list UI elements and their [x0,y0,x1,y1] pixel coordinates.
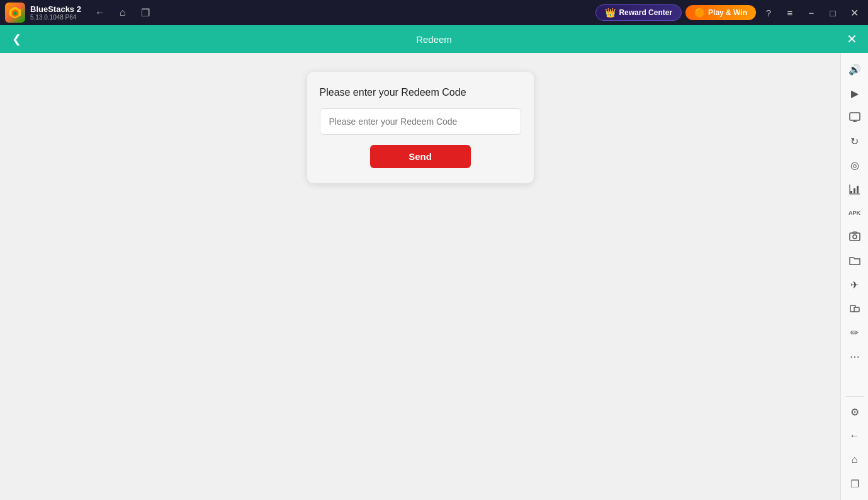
sidebar-tabs-icon[interactable]: ❐ [843,472,866,495]
redeem-close-button[interactable]: ✕ [842,29,862,49]
screenshot-icon[interactable] [843,225,866,248]
eco-icon[interactable]: ✈ [843,273,866,296]
content-area: Please enter your Redeem Code Send [0,53,840,500]
titlebar: BlueStacks 2 5.13.0.1048 P64 ← ⌂ ❐ 👑 Rew… [0,0,868,25]
redeem-bar: ❮ Redeem ✕ [0,25,868,53]
titlebar-back-button[interactable]: ← [91,4,109,21]
screen-icon[interactable] [843,106,866,128]
refresh-icon[interactable]: ↻ [843,130,866,152]
titlebar-tabs-button[interactable]: ❐ [137,4,154,21]
performance-icon[interactable] [843,178,866,200]
app-name: BlueStacks 2 [30,4,81,14]
folder-icon[interactable] [843,249,866,272]
titlebar-home-button[interactable]: ⌂ [114,4,132,21]
apk-icon[interactable]: APK [843,202,866,224]
main-area: Please enter your Redeem Code Send 🔊 ▶ ↻… [0,53,868,500]
sidebar-divider [846,396,864,397]
coin-icon: 🟠 [694,8,705,18]
svg-rect-7 [854,188,855,193]
app-logo [5,3,25,23]
svg-rect-11 [850,233,860,241]
send-button[interactable]: Send [370,145,471,168]
app-name-block: BlueStacks 2 5.13.0.1048 P64 [30,4,81,21]
sidebar-back-icon[interactable]: ← [843,424,866,447]
help-button[interactable]: ? [760,4,777,21]
sidebar-home-icon[interactable]: ⌂ [843,448,866,471]
svg-rect-3 [850,113,860,120]
playnwin-label: Play & Win [708,8,747,17]
close-button[interactable]: ✕ [845,4,863,21]
redeem-card: Please enter your Redeem Code Send [307,72,534,183]
svg-rect-15 [854,307,859,312]
redeem-bar-title: Redeem [416,34,452,45]
redeem-code-input[interactable] [320,108,521,135]
location-icon[interactable]: ◎ [843,154,866,176]
menu-button[interactable]: ≡ [781,4,799,21]
minimize-button[interactable]: − [803,4,820,21]
play-icon[interactable]: ▶ [843,82,866,105]
more-icon[interactable]: ⋯ [843,345,866,368]
reward-label: Reward Center [619,8,672,17]
svg-rect-6 [850,191,852,193]
play-win-button[interactable]: 🟠 Play & Win [685,5,756,20]
edit-icon[interactable]: ✏ [843,321,866,344]
app-version: 5.13.0.1048 P64 [30,14,81,21]
right-sidebar: 🔊 ▶ ↻ ◎ APK [840,53,868,500]
settings-icon[interactable]: ⚙ [843,401,866,423]
crown-icon: 👑 [605,8,616,18]
titlebar-right-controls: 👑 Reward Center 🟠 Play & Win ? ≡ − □ ✕ [595,4,863,21]
redeem-card-title: Please enter your Redeem Code [320,87,521,98]
redeem-back-button[interactable]: ❮ [6,29,26,49]
svg-rect-8 [857,186,859,193]
reward-center-button[interactable]: 👑 Reward Center [595,4,682,21]
resize-icon[interactable] [843,297,866,320]
maximize-button[interactable]: □ [824,4,842,21]
volume-icon[interactable]: 🔊 [843,58,866,81]
svg-point-12 [853,235,857,239]
